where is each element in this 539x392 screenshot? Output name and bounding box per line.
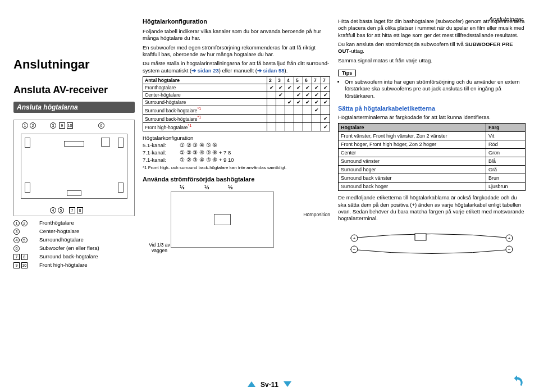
color-table: HögtalareFärg Front vänster, Front high … [338,123,526,191]
table-row-label: Surround back-högtalare*1 [143,114,267,122]
legend-text: Surround back-högtalare [39,253,98,259]
subwoofer-placement-diagram: ⅓ ⅓ ⅓ Hörnposition Vid 1/3 av väggen [143,186,330,253]
enum-8: 8 [77,207,83,213]
config-heading: Högtalarkonfiguration [143,135,330,141]
page-link[interactable]: ➔ sidan 23 [191,67,219,74]
table-row-label: Fronthögtalare [143,84,267,92]
table-row-label: Front high-högtalare*1 [143,122,267,131]
enum-9: 9 [59,122,65,129]
footnote: *1 Front high- och surround back-högtala… [143,165,330,170]
middle-column: Högtalarkonfiguration Följande tabell in… [143,18,330,268]
cable-label-diagram: + + − − [338,227,526,261]
left-column: Anslutningar Ansluta AV-receiver Ansluta… [13,18,135,268]
page-link[interactable]: ➔ sidan 58 [257,67,285,74]
enum-1: 1 [22,122,28,129]
paragraph: Högtalarterminalerna är färgkodade för a… [338,114,526,121]
right-column: Hitta det bästa läget för din bashögtala… [338,18,526,268]
paragraph: Du kan ansluta den strömförsörjda subwoo… [338,41,526,55]
enum-10: 10 [67,122,73,129]
svg-text:−: − [508,247,511,252]
tips-label: Tips [338,70,356,76]
mid-heading: Högtalarkonfiguration [143,18,330,25]
center-speaker-icon [64,141,84,147]
legend-text: Front high-högtalare [39,262,88,268]
paragraph: Följande tabell indikerar vilka kanaler … [143,28,330,42]
prev-page-icon[interactable] [248,381,255,387]
speaker-icon [25,138,30,148]
config-list: Högtalarkonfiguration 5.1-kanal:① ② ③ ④ … [143,135,330,163]
tv-icon [214,214,231,225]
svg-text:−: − [353,247,356,252]
paragraph: Du måste ställa in högtalarinställningar… [143,60,330,74]
enum-5: 5 [58,207,64,213]
paragraph: Samma signal matas ut från varje uttag. [338,57,526,64]
speaker-icon [118,183,124,193]
speaker-count-table: Antal högtalare 2345677 Fronthögtalare✔✔… [143,76,330,131]
back-icon[interactable] [510,374,524,389]
page-footer: Sv-11 [0,381,539,389]
header-right-label: Anslutningar [489,16,523,22]
subwoofer-icon [101,138,110,147]
third-wall-label: Vid 1/3 av väggen [143,242,176,253]
right-heading: Sätta på högtalarkabeletiketterna [338,105,526,112]
svg-text:+: + [508,236,511,241]
speaker-layout-diagram: 1 2 3 9 10 6 4 5 7 8 [13,120,135,216]
table-header: Antal högtalare [143,77,267,84]
page-title: Anslutningar [13,57,135,72]
next-page-icon[interactable] [284,381,291,387]
paragraph: De medföljande etiketterna till högtalar… [338,194,526,222]
room-outline [21,134,127,199]
legend-text: Fronthögtalare [39,220,74,226]
tip-item: Om subwoofern inte har egen strömförsörj… [345,79,526,99]
table-row-label: Surround back-högtalare*1 [143,106,267,115]
speaker-icon [25,183,30,193]
section-title: Ansluta AV-receiver [13,84,135,96]
legend-text: Subwoofer (en eller flera) [39,245,99,251]
svg-text:+: + [353,236,356,241]
room-outline [171,192,274,248]
legend-text: Surroundhögtalare [39,236,84,243]
speaker-legend: 1 2Fronthögtalare 3Center-högtalare 4 5S… [13,220,135,268]
table-row-label: Center-högtalare [143,92,267,99]
paragraph: En subwoofer med egen strömförsörjning r… [143,44,330,58]
table-row-label: Surround-högtalare [143,99,267,106]
corner-position-label: Hörnposition [303,212,330,217]
speaker-icon [118,138,124,148]
enum-2: 2 [30,122,36,129]
svg-rect-0 [415,234,426,240]
mid-heading-2: Använda strömförsörjda bashögtalare [143,176,330,183]
subsection-bar: Ansluta högtalarna [13,102,135,113]
enum-3: 3 [50,122,56,129]
page-number: Sv-11 [261,381,278,389]
enum-4: 4 [50,207,56,213]
enum-7: 7 [69,207,75,213]
sofa-icon [67,190,81,196]
legend-text: Center-högtalare [39,228,79,234]
enum-6: 6 [98,122,104,129]
